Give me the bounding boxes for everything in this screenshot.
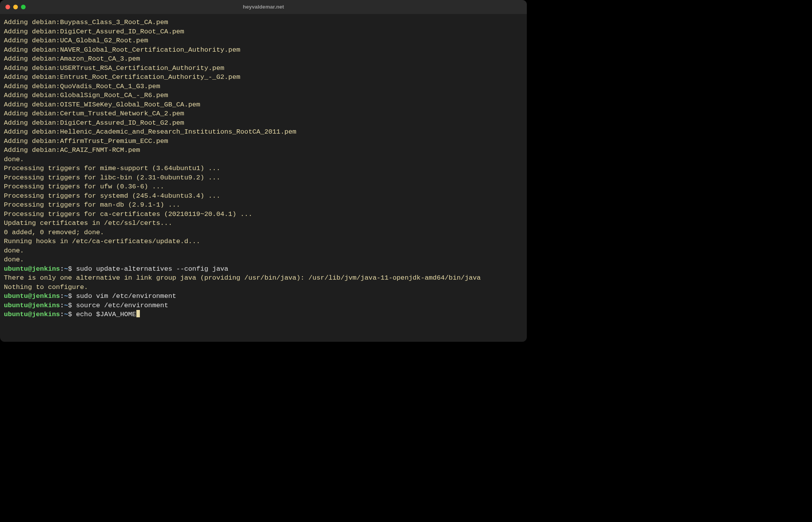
output-line: Processing triggers for systemd (245.4-4… — [4, 191, 523, 201]
output-text: Updating certificates in /etc/ssl/certs.… — [4, 219, 172, 227]
prompt-symbol: $ — [68, 265, 72, 273]
command-text: sudo update-alternatives --config java — [76, 265, 228, 273]
prompt-symbol: $ — [68, 302, 72, 309]
prompt-symbol: $ — [68, 292, 72, 300]
output-line: Adding debian:Certum_Trusted_Network_CA_… — [4, 109, 523, 118]
prompt-path: ~ — [64, 292, 68, 300]
output-line: Adding debian:GlobalSign_Root_CA_-_R6.pe… — [4, 91, 523, 100]
output-text: done. — [4, 256, 24, 263]
prompt-path: ~ — [64, 302, 68, 309]
cursor-icon — [136, 310, 140, 317]
output-text: Adding debian:OISTE_WISeKey_Global_Root_… — [4, 101, 200, 108]
output-text: done. — [4, 156, 24, 163]
output-line: Adding debian:Buypass_Class_3_Root_CA.pe… — [4, 18, 523, 27]
output-line: done. — [4, 255, 523, 264]
output-line: Processing triggers for man-db (2.9.1-1)… — [4, 200, 523, 210]
output-line: Adding debian:AffirmTrust_Premium_ECC.pe… — [4, 137, 523, 146]
output-text: Processing triggers for mime-support (3.… — [4, 165, 220, 172]
command-text: source /etc/environment — [76, 302, 168, 309]
prompt-line: ubuntu@jenkins:~$ source /etc/environmen… — [4, 301, 523, 310]
output-line: Processing triggers for ufw (0.36-6) ... — [4, 182, 523, 191]
prompt-separator: : — [60, 311, 64, 318]
close-icon[interactable] — [5, 5, 10, 9]
output-text: Processing triggers for ufw (0.36-6) ... — [4, 183, 164, 190]
prompt-user-host: ubuntu@jenkins — [4, 311, 60, 318]
output-text: Adding debian:Hellenic_Academic_and_Rese… — [4, 128, 296, 136]
minimize-icon[interactable] — [13, 5, 18, 9]
output-line: Processing triggers for ca-certificates … — [4, 210, 523, 219]
output-line: Adding debian:Entrust_Root_Certification… — [4, 73, 523, 82]
prompt-user-host: ubuntu@jenkins — [4, 292, 60, 300]
output-line: Nothing to configure. — [4, 283, 523, 292]
output-line: Adding debian:Amazon_Root_CA_3.pem — [4, 54, 523, 64]
titlebar: heyvaldemar.net — [0, 0, 527, 14]
output-line: Running hooks in /etc/ca-certificates/up… — [4, 237, 523, 246]
output-line: Adding debian:Hellenic_Academic_and_Rese… — [4, 127, 523, 137]
output-line: Adding debian:DigiCert_Assured_ID_Root_C… — [4, 27, 523, 37]
command-text: sudo vim /etc/environment — [76, 292, 176, 300]
output-text: 0 added, 0 removed; done. — [4, 229, 104, 236]
output-text: Adding debian:AffirmTrust_Premium_ECC.pe… — [4, 137, 168, 145]
prompt-path: ~ — [64, 311, 68, 318]
output-line: done. — [4, 246, 523, 256]
output-text: Adding debian:NAVER_Global_Root_Certific… — [4, 46, 240, 54]
output-line: Adding debian:DigiCert_Assured_ID_Root_G… — [4, 118, 523, 128]
prompt-symbol: $ — [68, 311, 72, 318]
output-text: There is only one alternative in link gr… — [4, 274, 481, 282]
output-text: Processing triggers for systemd (245.4-4… — [4, 192, 220, 200]
prompt-separator: : — [60, 302, 64, 309]
output-text: Adding debian:QuoVadis_Root_CA_1_G3.pem — [4, 83, 160, 90]
prompt-separator: : — [60, 292, 64, 300]
prompt-line: ubuntu@jenkins:~$ echo $JAVA_HOME — [4, 310, 523, 319]
output-line: Processing triggers for libc-bin (2.31-0… — [4, 173, 523, 183]
terminal-window: heyvaldemar.net Adding debian:Buypass_Cl… — [0, 0, 527, 342]
output-text: Processing triggers for ca-certificates … — [4, 211, 252, 218]
output-text: Processing triggers for libc-bin (2.31-0… — [4, 174, 220, 181]
output-text: done. — [4, 247, 24, 254]
output-text: Adding debian:Amazon_Root_CA_3.pem — [4, 55, 140, 63]
output-line: Adding debian:QuoVadis_Root_CA_1_G3.pem — [4, 82, 523, 91]
output-line: Adding debian:NAVER_Global_Root_Certific… — [4, 45, 523, 55]
output-text: Adding debian:GlobalSign_Root_CA_-_R6.pe… — [4, 92, 168, 99]
output-text: Adding debian:USERTrust_RSA_Certificatio… — [4, 64, 224, 72]
prompt-line: ubuntu@jenkins:~$ sudo update-alternativ… — [4, 264, 523, 274]
output-line: Adding debian:OISTE_WISeKey_Global_Root_… — [4, 100, 523, 110]
prompt-user-host: ubuntu@jenkins — [4, 302, 60, 309]
output-line: Updating certificates in /etc/ssl/certs.… — [4, 219, 523, 228]
traffic-lights — [5, 5, 26, 9]
terminal-output[interactable]: Adding debian:Buypass_Class_3_Root_CA.pe… — [0, 14, 527, 322]
output-line: Adding debian:UCA_Global_G2_Root.pem — [4, 36, 523, 45]
output-text: Adding debian:AC_RAIZ_FNMT-RCM.pem — [4, 146, 140, 154]
output-line: Adding debian:USERTrust_RSA_Certificatio… — [4, 64, 523, 73]
prompt-path: ~ — [64, 265, 68, 273]
output-text: Adding debian:UCA_Global_G2_Root.pem — [4, 37, 148, 44]
output-line: 0 added, 0 removed; done. — [4, 228, 523, 237]
output-text: Nothing to configure. — [4, 284, 88, 291]
output-line: There is only one alternative in link gr… — [4, 273, 523, 283]
zoom-icon[interactable] — [21, 5, 26, 9]
prompt-separator: : — [60, 265, 64, 273]
output-text: Adding debian:DigiCert_Assured_ID_Root_G… — [4, 119, 184, 127]
command-text: echo $JAVA_HOME — [76, 311, 136, 318]
output-text: Adding debian:Certum_Trusted_Network_CA_… — [4, 110, 184, 117]
output-line: done. — [4, 155, 523, 164]
output-text: Processing triggers for man-db (2.9.1-1)… — [4, 201, 180, 209]
output-text: Adding debian:DigiCert_Assured_ID_Root_C… — [4, 28, 184, 35]
output-text: Adding debian:Entrust_Root_Certification… — [4, 73, 240, 81]
output-text: Running hooks in /etc/ca-certificates/up… — [4, 238, 200, 245]
output-line: Adding debian:AC_RAIZ_FNMT-RCM.pem — [4, 146, 523, 155]
prompt-user-host: ubuntu@jenkins — [4, 265, 60, 273]
window-title: heyvaldemar.net — [0, 2, 527, 12]
output-line: Processing triggers for mime-support (3.… — [4, 164, 523, 173]
output-text: Adding debian:Buypass_Class_3_Root_CA.pe… — [4, 19, 168, 26]
prompt-line: ubuntu@jenkins:~$ sudo vim /etc/environm… — [4, 292, 523, 301]
